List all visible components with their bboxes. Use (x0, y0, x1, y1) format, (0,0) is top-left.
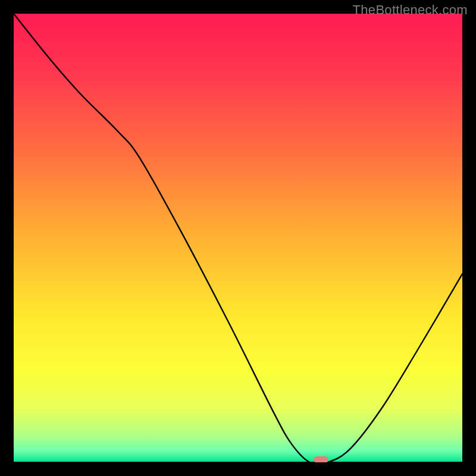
gradient-background (14, 14, 462, 462)
chart-frame: TheBottleneck.com (0, 0, 476, 476)
plot-area (14, 14, 462, 462)
bottleneck-chart (14, 14, 462, 462)
watermark-text: TheBottleneck.com (353, 2, 468, 18)
optimal-marker (314, 456, 328, 462)
